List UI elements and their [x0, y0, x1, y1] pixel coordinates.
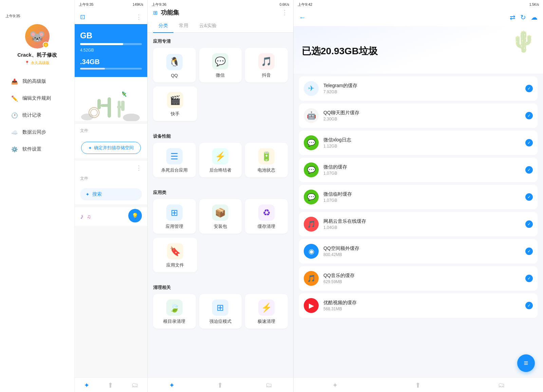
- music-fab-button[interactable]: 💡: [128, 209, 142, 222]
- grid-item-fast-clean[interactable]: ⚡ 极速清理: [245, 294, 288, 329]
- bottom-nav-star[interactable]: ⬆: [108, 381, 113, 389]
- more-options-icon[interactable]: ⋮: [136, 13, 142, 21]
- panel2-header: ⊡ ⋮: [75, 8, 147, 24]
- back-icon[interactable]: ←: [299, 14, 306, 21]
- qq-label: QQ: [171, 73, 178, 78]
- storage-bar-fill-1: [80, 43, 123, 45]
- sidebar-panel: 上午9:35 🐭 ⭐ Crack、耗子修改 📍 永久高级版 📥 我的高级版 ✏️…: [0, 0, 75, 392]
- junk-item-qq-zone[interactable]: ◉ QQ空间额外缓存 800.42MB ✓: [299, 239, 538, 263]
- kuaishou-icon: 🎬: [167, 92, 183, 108]
- junk-list: ✈ Telegram的缓存 7.92GB ✓ 🤖 QQ聊天图片缓存 2.30GB…: [294, 74, 543, 354]
- p3-bottom-folder[interactable]: 🗂: [265, 381, 272, 389]
- upload-cloud-icon[interactable]: ☁: [531, 13, 538, 21]
- junk-hero-title: 已选20.93GB垃圾: [302, 45, 378, 57]
- file-section-2: ⋮: [75, 161, 147, 175]
- sidebar-item-stats[interactable]: 🕐 统计记录: [5, 107, 69, 123]
- grid-item-apk[interactable]: 📦 安装包: [199, 199, 242, 234]
- tab-cloud[interactable]: 云&实验: [194, 20, 222, 33]
- youku-name: 优酷视频的缓存: [323, 300, 521, 306]
- dir-clean-label: 根目录清理: [163, 318, 185, 325]
- kill-bg-icon: ☰: [166, 148, 183, 164]
- ocd-mode-label: 强迫症模式: [209, 318, 231, 325]
- status-bar-1: 上午9:35: [5, 14, 20, 19]
- panel3-bottom-nav: ✦ ⬆ 🗂: [148, 377, 293, 392]
- netease-check[interactable]: ✓: [525, 220, 533, 228]
- panel3-more-icon[interactable]: ⋮: [282, 9, 288, 16]
- tab-category[interactable]: 分类: [153, 20, 173, 33]
- swap-icon[interactable]: ⇄: [510, 13, 516, 21]
- storage-bar-fill-2: [80, 68, 105, 70]
- more-dots-icon[interactable]: ⋮: [136, 164, 142, 172]
- youku-check[interactable]: ✓: [525, 302, 533, 309]
- settings-icon: ⚙️: [11, 145, 18, 153]
- edit-icon: ✏️: [11, 95, 18, 102]
- status-right-3: 0.6K/s: [280, 3, 289, 6]
- qq-chat-check[interactable]: ✓: [525, 112, 533, 119]
- grid-item-wechat[interactable]: 💬 微信: [199, 48, 242, 82]
- junk-item-qq-music[interactable]: 🎵 QQ音乐的缓存 629.59MB ✓: [299, 266, 538, 291]
- p4-nav-star[interactable]: ⬆: [415, 381, 421, 389]
- panel2-icons: ⊡: [80, 13, 85, 21]
- storage-sub-1: 4.52GB: [80, 48, 142, 53]
- username: Crack、耗子修改: [17, 52, 57, 58]
- grid-item-cache-clean[interactable]: ♻ 缓存清理: [245, 199, 288, 234]
- p3-bottom-star[interactable]: ⬆: [217, 381, 223, 389]
- p4-nav-folder[interactable]: 🗂: [498, 381, 505, 389]
- panel3-title-row: ⊞ 功能集 ⋮: [148, 8, 293, 20]
- wechat-cache-name: 微信的缓存: [323, 164, 521, 170]
- kuaishou-label: 快手: [171, 111, 180, 117]
- junk-item-wechat-cache[interactable]: 💬 微信的缓存 1.07GB ✓: [299, 158, 538, 182]
- sidebar-item-settings[interactable]: ⚙️ 软件设置: [5, 141, 69, 157]
- confirm-scan-button[interactable]: ✦ 确定并扫描存储空间: [81, 142, 141, 154]
- wechat-label: 微信: [216, 72, 225, 78]
- junk-item-wechat-temp[interactable]: 💬 微信临时缓存 1.07GB ✓: [299, 185, 538, 209]
- sidebar-item-cloud[interactable]: ☁️ 数据云同步: [5, 124, 69, 140]
- grid-item-bg-killer[interactable]: ⚡ 后台终结者: [199, 143, 242, 177]
- junk-item-youku[interactable]: ▶ 优酷视频的缓存 568.31MB ✓: [299, 293, 538, 318]
- p3-bottom-fan[interactable]: ✦: [169, 381, 175, 389]
- music-area: ♪ ♫ 💡: [75, 207, 147, 226]
- p4-nav-fan[interactable]: ✦: [332, 381, 338, 389]
- view-toggle-icon[interactable]: ⊡: [80, 13, 85, 21]
- cache-clean-icon: ♻: [258, 204, 275, 221]
- wechat-xlog-check[interactable]: ✓: [525, 139, 533, 146]
- grid-item-ocd-mode[interactable]: ⊞ 强迫症模式: [199, 294, 242, 329]
- junk-item-wechat-xlog[interactable]: 💬 微信xlog日志 1.12GB ✓: [299, 131, 538, 155]
- wechat-cache-check[interactable]: ✓: [525, 166, 533, 174]
- wechat-cache-info: 微信的缓存 1.07GB: [323, 164, 521, 176]
- bottom-nav-fan[interactable]: ✦: [84, 381, 90, 389]
- apk-label: 安装包: [214, 223, 227, 230]
- tab-common[interactable]: 常用: [173, 20, 194, 33]
- grid-item-app-file[interactable]: 🔖 应用文件: [153, 238, 197, 272]
- grid-item-kill-bg[interactable]: ☰ 杀死后台应用: [153, 143, 196, 177]
- status-bar-2: 上午9:35 149K/s: [75, 0, 147, 8]
- grid-item-dir-clean[interactable]: 🍃 根目录清理: [153, 294, 196, 329]
- grid-item-app-mgr[interactable]: ⊞ 应用管理: [153, 199, 196, 234]
- bottom-nav-folder[interactable]: 🗂: [131, 381, 138, 389]
- grid-item-kuaishou[interactable]: 🎬 快手: [153, 86, 197, 121]
- qq-music-check[interactable]: ✓: [525, 275, 533, 282]
- panel3-title: 功能集: [161, 8, 179, 17]
- sidebar-item-edit-rules[interactable]: ✏️ 编辑文件规则: [5, 91, 69, 106]
- wechat-temp-check[interactable]: ✓: [525, 193, 533, 201]
- qq-chat-size: 2.30GB: [323, 117, 521, 121]
- junk-item-qq-chat[interactable]: 🤖 QQ聊天图片缓存 2.30GB ✓: [299, 103, 538, 128]
- svg-rect-3: [118, 101, 120, 118]
- qq-zone-name: QQ空间额外缓存: [323, 246, 521, 252]
- search-button[interactable]: ✦ 搜索: [80, 188, 142, 200]
- refresh-icon[interactable]: ↻: [520, 13, 526, 21]
- sidebar-item-premium[interactable]: 📥 我的高级版: [5, 74, 69, 89]
- wechat-xlog-name: 微信xlog日志: [323, 137, 521, 143]
- vip-badge-star: ⭐: [43, 42, 49, 48]
- fast-clean-label: 极速清理: [258, 318, 275, 325]
- junk-cleaner-panel: 上午9:42 1.5K/s ← ⇄ ↻ ☁ 已选20.93GB垃圾 🌵 ✈: [294, 0, 543, 392]
- fab-button[interactable]: ≡: [517, 354, 535, 372]
- grid-item-douyin[interactable]: 🎵 抖音: [245, 48, 288, 82]
- telegram-check[interactable]: ✓: [525, 85, 533, 92]
- svg-point-9: [81, 114, 93, 120]
- qq-zone-check[interactable]: ✓: [525, 248, 533, 255]
- junk-item-telegram[interactable]: ✈ Telegram的缓存 7.92GB ✓: [299, 76, 538, 101]
- grid-item-battery[interactable]: 🔋 电池状态: [245, 143, 288, 177]
- junk-item-netease[interactable]: 🎵 网易云音乐在线缓存 1.04GB ✓: [299, 212, 538, 236]
- grid-item-qq[interactable]: 🐧 QQ: [153, 48, 196, 82]
